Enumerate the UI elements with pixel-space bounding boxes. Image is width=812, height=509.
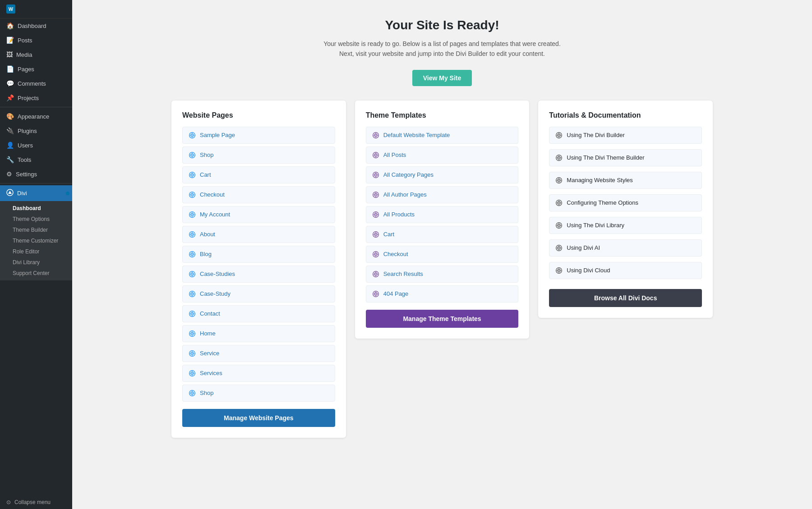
- pages-icon: 📄: [6, 65, 14, 73]
- divi-tutorial-icon: [555, 154, 563, 162]
- sidebar-divider-2: [0, 183, 72, 183]
- tutorial-item-label: Using The Divi Library: [567, 222, 624, 229]
- sidebar-item-plugins[interactable]: 🔌 Plugins: [0, 124, 72, 138]
- list-item-label: All Posts: [383, 151, 406, 158]
- tutorial-item-divi-library[interactable]: Using The Divi Library: [549, 217, 702, 234]
- sidebar-sub-item-support-center[interactable]: Support Center: [0, 268, 72, 279]
- columns-container: Website Pages Sample Page Shop Cart Chec…: [171, 101, 713, 438]
- list-item-all-products[interactable]: All Products: [366, 206, 519, 223]
- divi-page-icon: [188, 369, 196, 377]
- sidebar-sub-item-theme-options[interactable]: Theme Options: [0, 214, 72, 225]
- svg-marker-1: [8, 191, 12, 194]
- projects-icon: 📌: [6, 94, 14, 101]
- theme-templates-list: Default Website Template All Posts All C…: [366, 127, 519, 303]
- sidebar-sub-item-theme-customizer[interactable]: Theme Customizer: [0, 235, 72, 246]
- sidebar-item-comments[interactable]: 💬 Comments: [0, 76, 72, 91]
- list-item-404-page[interactable]: 404 Page: [366, 285, 519, 303]
- collapse-menu-button[interactable]: ⊙ Collapse menu: [0, 495, 72, 509]
- tutorial-item-divi-cloud[interactable]: Using Divi Cloud: [549, 262, 702, 279]
- divi-tutorial-icon: [555, 266, 563, 275]
- sidebar-item-label: Comments: [18, 80, 46, 87]
- list-item-checkout-template[interactable]: Checkout: [366, 246, 519, 263]
- list-item-cart-template[interactable]: Cart: [366, 226, 519, 243]
- sidebar-item-tools[interactable]: 🔧 Tools: [0, 152, 72, 167]
- browse-all-divi-docs-button[interactable]: Browse All Divi Docs: [549, 289, 702, 307]
- list-item-shop[interactable]: Shop: [182, 147, 335, 164]
- sidebar-item-projects[interactable]: 📌 Projects: [0, 91, 72, 105]
- tutorials-list: Using The Divi Builder Using The Divi Th…: [549, 127, 702, 282]
- list-item-label: Services: [200, 370, 222, 376]
- tutorial-item-label: Managing Website Styles: [567, 177, 632, 183]
- main-content: Your Site Is Ready! Your website is read…: [72, 0, 812, 509]
- posts-icon: 📝: [6, 37, 14, 44]
- tutorial-item-divi-ai[interactable]: Using Divi AI: [549, 239, 702, 257]
- sidebar-item-media[interactable]: 🖼 Media: [0, 47, 72, 62]
- list-item-my-account[interactable]: My Account: [182, 206, 335, 223]
- view-my-site-button[interactable]: View My Site: [412, 70, 472, 86]
- list-item-case-studies[interactable]: Case-Studies: [182, 266, 335, 283]
- divi-icon: [6, 189, 14, 197]
- list-item-label: Case-Studies: [200, 271, 235, 277]
- divi-page-icon: [188, 349, 196, 358]
- divi-page-icon: [188, 211, 196, 219]
- list-item-all-category-pages[interactable]: All Category Pages: [366, 166, 519, 183]
- list-item-home[interactable]: Home: [182, 325, 335, 342]
- list-item-label: Service: [200, 350, 219, 357]
- list-item-service[interactable]: Service: [182, 345, 335, 362]
- list-item-label: Cart: [200, 171, 211, 178]
- sidebar-sub-item-divi-library[interactable]: Divi Library: [0, 257, 72, 268]
- sidebar-item-appearance[interactable]: 🎨 Appearance: [0, 109, 72, 124]
- divi-template-icon: [372, 131, 380, 139]
- list-item-label: 404 Page: [383, 290, 409, 297]
- divi-page-icon: [188, 310, 196, 318]
- sidebar-sub-item-theme-builder[interactable]: Theme Builder: [0, 225, 72, 235]
- sidebar-item-pages[interactable]: 📄 Pages: [0, 62, 72, 76]
- tutorial-item-managing-styles[interactable]: Managing Website Styles: [549, 172, 702, 189]
- list-item-services[interactable]: Services: [182, 365, 335, 382]
- divi-template-icon: [372, 171, 380, 179]
- divi-template-icon: [372, 191, 380, 199]
- manage-website-pages-button[interactable]: Manage Website Pages: [182, 409, 335, 427]
- list-item-label: All Author Pages: [383, 191, 427, 198]
- list-item-blog[interactable]: Blog: [182, 246, 335, 263]
- divi-tutorial-icon: [555, 199, 563, 207]
- list-item-cart[interactable]: Cart: [182, 166, 335, 183]
- divi-template-icon: [372, 250, 380, 258]
- sidebar-sub-item-role-editor[interactable]: Role Editor: [0, 246, 72, 257]
- sidebar-item-label: Settings: [16, 171, 37, 178]
- list-item-all-author-pages[interactable]: All Author Pages: [366, 186, 519, 203]
- list-item-label: Sample Page: [200, 132, 235, 138]
- tutorials-title: Tutorials & Documentation: [549, 111, 702, 119]
- divi-template-icon: [372, 230, 380, 238]
- list-item-all-posts[interactable]: All Posts: [366, 147, 519, 164]
- sidebar-item-users[interactable]: 👤 Users: [0, 138, 72, 152]
- collapse-icon: ⊙: [6, 499, 11, 505]
- list-item-shop2[interactable]: Shop: [182, 385, 335, 402]
- manage-theme-templates-button[interactable]: Manage Theme Templates: [366, 310, 519, 328]
- sidebar-item-divi[interactable]: Divi: [0, 185, 72, 201]
- list-item-default-template[interactable]: Default Website Template: [366, 127, 519, 144]
- sidebar-sub-item-dashboard[interactable]: Dashboard: [0, 203, 72, 214]
- divi-page-icon: [188, 191, 196, 199]
- list-item-sample-page[interactable]: Sample Page: [182, 127, 335, 144]
- sidebar-item-dashboard[interactable]: 🏠 Dashboard: [0, 18, 72, 33]
- list-item-label: All Products: [383, 211, 415, 218]
- list-item-contact[interactable]: Contact: [182, 305, 335, 322]
- divi-page-icon: [188, 290, 196, 298]
- sidebar-item-label: Users: [18, 142, 33, 149]
- list-item-checkout[interactable]: Checkout: [182, 186, 335, 203]
- divi-tutorial-icon: [555, 176, 563, 184]
- sidebar-item-settings[interactable]: ⚙ Settings: [0, 167, 72, 181]
- tutorial-item-divi-builder[interactable]: Using The Divi Builder: [549, 127, 702, 144]
- list-item-search-results[interactable]: Search Results: [366, 266, 519, 283]
- tutorial-item-theme-options[interactable]: Configuring Theme Options: [549, 194, 702, 211]
- sidebar-item-posts[interactable]: 📝 Posts: [0, 33, 72, 47]
- divi-template-icon: [372, 270, 380, 278]
- page-subtitle: Your website is ready to go. Below is a …: [316, 39, 568, 59]
- list-item-label: Contact: [200, 310, 220, 317]
- divi-template-icon: [372, 211, 380, 219]
- list-item-about[interactable]: About: [182, 226, 335, 243]
- sidebar-divider: [0, 107, 72, 107]
- tutorial-item-theme-builder[interactable]: Using The Divi Theme Builder: [549, 149, 702, 166]
- list-item-case-study[interactable]: Case-Study: [182, 285, 335, 303]
